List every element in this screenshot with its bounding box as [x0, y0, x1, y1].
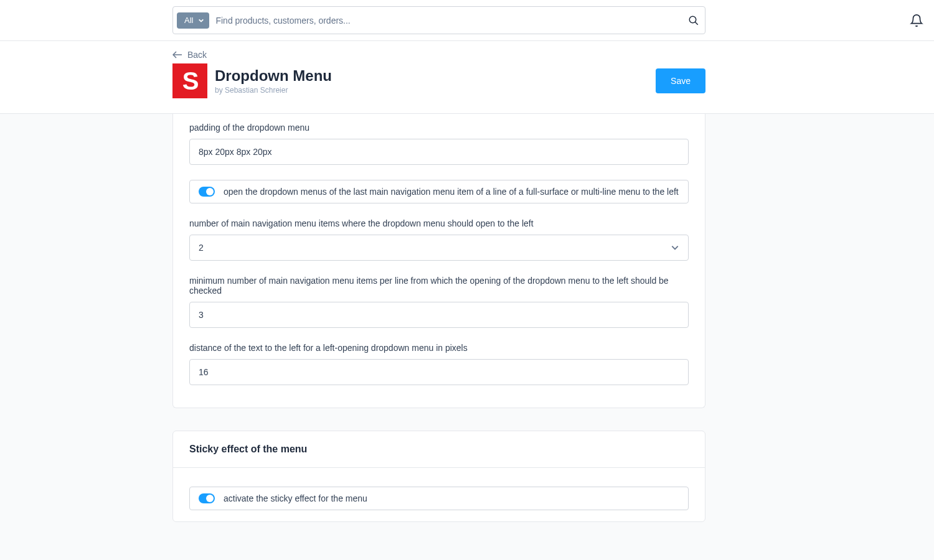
- toggle-row-open-left: open the dropdown menus of the last main…: [189, 180, 689, 203]
- content-area: padding of the dropdown menu open the dr…: [0, 114, 934, 522]
- back-label: Back: [187, 50, 207, 60]
- input-min-items[interactable]: [189, 302, 689, 328]
- input-padding[interactable]: [189, 139, 689, 165]
- svg-point-0: [689, 16, 696, 23]
- chevron-down-icon: [671, 243, 679, 252]
- title-column: Dropdown Menu by Sebastian Schreier: [215, 67, 332, 95]
- plugin-logo: S: [172, 63, 207, 98]
- bell-icon: [910, 14, 923, 27]
- back-link[interactable]: Back: [172, 41, 705, 63]
- field-num-items: number of main navigation menu items whe…: [189, 218, 689, 261]
- settings-card-sticky: Sticky effect of the menu activate the s…: [172, 431, 705, 522]
- field-open-left-toggle: open the dropdown menus of the last main…: [189, 180, 689, 203]
- heading-sticky: Sticky effect of the menu: [189, 444, 689, 455]
- chevron-down-icon: [198, 17, 204, 24]
- card-header-sticky: Sticky effect of the menu: [173, 431, 705, 468]
- global-search[interactable]: All: [172, 6, 705, 34]
- label-num-items: number of main navigation menu items whe…: [189, 218, 689, 228]
- toggle-open-left[interactable]: [199, 187, 215, 197]
- page-title: Dropdown Menu: [215, 67, 332, 85]
- select-num-items[interactable]: 2: [189, 235, 689, 261]
- plugin-logo-letter: S: [175, 66, 205, 96]
- field-min-items: minimum number of main navigation menu i…: [189, 276, 689, 328]
- notifications-button[interactable]: [909, 13, 924, 28]
- search-filter-label: All: [184, 16, 193, 25]
- field-padding: padding of the dropdown menu: [189, 123, 689, 165]
- select-num-items-value: 2: [199, 243, 204, 253]
- toggle-row-sticky: activate the sticky effect for the menu: [189, 487, 689, 510]
- search-filter-pill[interactable]: All: [177, 12, 209, 29]
- page-header: Back S Dropdown Menu by Sebastian Schrei…: [0, 41, 934, 114]
- top-bar: All: [0, 0, 934, 41]
- field-distance: distance of the text to the left for a l…: [189, 343, 689, 385]
- search-button[interactable]: [687, 14, 700, 27]
- toggle-open-left-label: open the dropdown menus of the last main…: [224, 187, 679, 197]
- search-icon: [688, 15, 699, 26]
- settings-card-dropdown: padding of the dropdown menu open the dr…: [172, 114, 705, 408]
- label-distance: distance of the text to the left for a l…: [189, 343, 689, 353]
- input-distance[interactable]: [189, 359, 689, 385]
- arrow-left-icon: [172, 51, 182, 58]
- toggle-sticky-label: activate the sticky effect for the menu: [224, 493, 367, 503]
- page-byline: by Sebastian Schreier: [215, 86, 332, 95]
- toggle-sticky[interactable]: [199, 493, 215, 503]
- search-input[interactable]: [215, 16, 681, 26]
- label-padding: padding of the dropdown menu: [189, 123, 689, 133]
- svg-line-1: [695, 22, 698, 25]
- save-button[interactable]: Save: [656, 68, 705, 93]
- label-min-items: minimum number of main navigation menu i…: [189, 276, 689, 296]
